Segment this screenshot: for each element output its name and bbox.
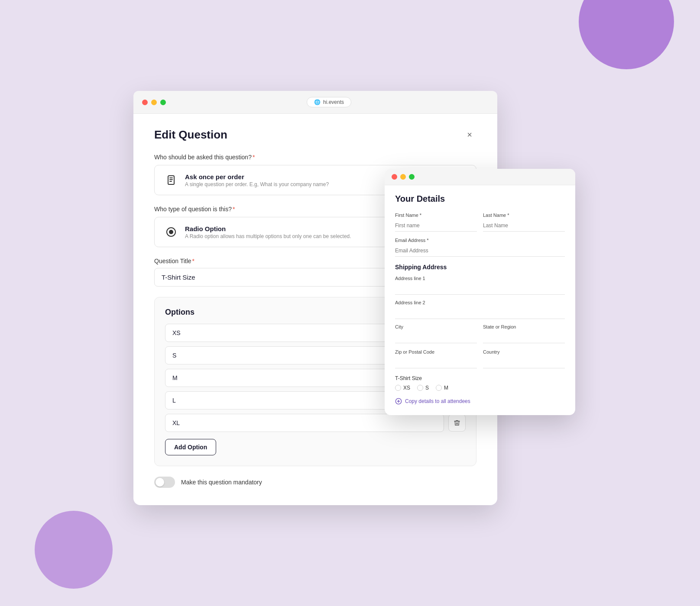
tshirt-radio-options: XS S M [395, 385, 565, 391]
last-name-input[interactable] [483, 220, 565, 232]
address2-field: Address line 2 [395, 300, 565, 319]
country-label: Country [483, 349, 565, 355]
email-input[interactable] [395, 245, 565, 257]
state-field: State or Region [483, 324, 565, 343]
shipping-title: Shipping Address [395, 264, 565, 271]
svg-point-5 [169, 230, 173, 234]
option-row-xl [165, 414, 466, 432]
city-state-row: City State or Region [395, 324, 565, 343]
trash-icon [454, 419, 460, 426]
tshirt-m-option[interactable]: M [436, 385, 448, 391]
modal-title: Edit Question [154, 128, 227, 142]
state-label: State or Region [483, 324, 565, 329]
details-chrome [385, 169, 575, 185]
address2-input[interactable] [395, 307, 565, 319]
radio-s-circle [417, 385, 423, 391]
traffic-yellow[interactable] [151, 100, 157, 105]
who-label: Who should be asked this question?* [154, 154, 476, 161]
type-option-title: Radio Option [185, 225, 351, 232]
bg-circle-top-right [579, 0, 674, 69]
zip-input[interactable] [395, 357, 477, 368]
traffic-red[interactable] [142, 100, 148, 105]
address1-input[interactable] [395, 283, 565, 295]
order-icon [163, 172, 179, 188]
copy-details-label: Copy details to all attendees [405, 398, 470, 404]
radio-xs-circle [395, 385, 401, 391]
first-name-input[interactable] [395, 220, 477, 232]
city-input[interactable] [395, 332, 477, 343]
details-traffic-yellow[interactable] [400, 174, 406, 180]
url-text: hi.events [323, 99, 344, 105]
first-name-label: First Name * [395, 213, 477, 218]
bg-circle-bottom-left [35, 511, 113, 589]
radio-xs-label: XS [403, 385, 410, 391]
email-label: Email Address * [395, 238, 565, 243]
city-field: City [395, 324, 477, 343]
globe-icon: 🌐 [314, 99, 321, 105]
delete-xl-button[interactable] [448, 414, 466, 432]
radio-s-label: S [425, 385, 429, 391]
browser-chrome: 🌐 hi.events [133, 91, 497, 114]
state-input[interactable] [483, 332, 565, 343]
copy-details-row[interactable]: Copy details to all attendees [395, 398, 565, 405]
radio-m-circle [436, 385, 442, 391]
zip-country-row: Zip or Postal Code Country [395, 349, 565, 368]
address1-label: Address line 1 [395, 276, 565, 281]
modal-header: Edit Question × [154, 128, 476, 142]
country-field: Country [483, 349, 565, 368]
last-name-field: Last Name * [483, 213, 565, 232]
mandatory-label: Make this question mandatory [181, 479, 262, 486]
details-content: Your Details First Name * Last Name * Em… [385, 185, 575, 415]
option-input-xl[interactable] [165, 414, 444, 432]
tshirt-s-option[interactable]: S [417, 385, 429, 391]
radio-m-label: M [444, 385, 448, 391]
email-field: Email Address * [395, 238, 565, 257]
details-traffic-red[interactable] [392, 174, 397, 180]
first-name-field: First Name * [395, 213, 477, 232]
name-row: First Name * Last Name * [395, 213, 565, 232]
who-option-title: Ask once per order [185, 173, 329, 181]
address2-label: Address line 2 [395, 300, 565, 305]
details-traffic-green[interactable] [409, 174, 415, 180]
address1-field: Address line 1 [395, 276, 565, 295]
mandatory-row: Make this question mandatory [154, 477, 476, 488]
tshirt-xs-option[interactable]: XS [395, 385, 410, 391]
radio-icon [163, 224, 179, 240]
close-button[interactable]: × [463, 128, 476, 142]
type-option-desc: A Radio option allows has multiple optio… [185, 233, 351, 239]
add-option-button[interactable]: Add Option [165, 439, 216, 455]
tshirt-label: T-Shirt Size [395, 375, 565, 381]
scene: 🌐 hi.events Edit Question × Who should b… [133, 65, 567, 541]
your-details-modal: Your Details First Name * Last Name * Em… [385, 169, 575, 415]
details-title: Your Details [395, 194, 565, 204]
zip-field: Zip or Postal Code [395, 349, 477, 368]
zip-label: Zip or Postal Code [395, 349, 477, 355]
mandatory-toggle[interactable] [154, 477, 175, 488]
traffic-green[interactable] [160, 100, 166, 105]
country-input[interactable] [483, 357, 565, 368]
who-option-desc: A single question per order. E.g, What i… [185, 181, 329, 187]
city-label: City [395, 324, 477, 329]
copy-icon [395, 398, 402, 405]
last-name-label: Last Name * [483, 213, 565, 218]
browser-url-bar: 🌐 hi.events [307, 97, 351, 107]
toggle-knob [156, 478, 164, 487]
tshirt-section: T-Shirt Size XS S M [395, 375, 565, 391]
